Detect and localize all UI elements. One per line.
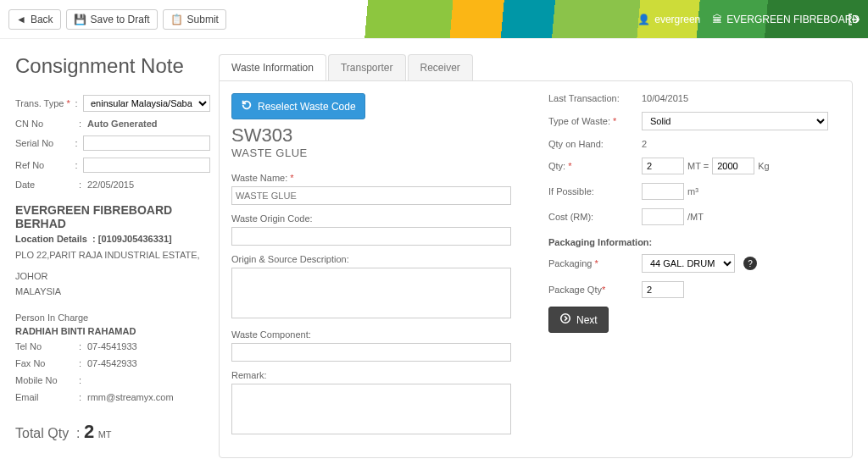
arrow-left-icon: ◄ xyxy=(16,14,26,25)
trans-type-select[interactable]: eninsular Malaysia/Sabah/Sarawak xyxy=(83,95,210,112)
mobile-label: Mobile No xyxy=(15,375,79,385)
save-draft-label: Save to Draft xyxy=(91,14,150,25)
waste-origin-code-label: Waste Origin Code: xyxy=(231,213,523,224)
next-button[interactable]: Next xyxy=(548,307,609,333)
package-qty-input[interactable] xyxy=(642,281,684,298)
username-label: evergreen xyxy=(654,14,700,25)
email-label: Email xyxy=(15,392,79,402)
origin-desc-input[interactable] xyxy=(231,268,511,318)
tel-label: Tel No xyxy=(15,341,79,351)
waste-component-label: Waste Component: xyxy=(231,329,523,340)
qty-label: Qty: * xyxy=(548,161,642,171)
submit-icon: 📋 xyxy=(170,14,183,25)
type-of-waste-select[interactable]: Solid xyxy=(642,112,828,130)
user-link[interactable]: 👤 evergreen xyxy=(637,14,700,25)
arrow-right-circle-icon xyxy=(559,312,571,327)
packaging-head: Packaging Information: xyxy=(548,237,840,247)
page-title: Consignment Note xyxy=(15,54,210,78)
svg-point-0 xyxy=(561,314,570,324)
tel-value: 07-4541933 xyxy=(87,341,210,351)
packaging-label: Packaging * xyxy=(548,258,642,268)
total-qty-value: 2 xyxy=(84,421,94,442)
back-label: Back xyxy=(31,14,53,25)
qoh-value: 2 xyxy=(642,139,840,149)
waste-name-input[interactable] xyxy=(231,186,511,205)
origin-desc-label: Origin & Source Description: xyxy=(231,254,523,264)
reselect-label: Reselect Waste Code xyxy=(258,101,356,113)
waste-code: SW303 xyxy=(231,124,523,147)
waste-name-label: Waste Name: * xyxy=(231,173,523,183)
tab-transporter[interactable]: Transporter xyxy=(328,54,406,80)
packaging-select[interactable]: 44 GAL. DRUM xyxy=(642,254,735,273)
qty-mt-label: MT = xyxy=(687,161,709,171)
serial-label: Serial No xyxy=(15,138,75,148)
submit-button[interactable]: 📋 Submit xyxy=(163,9,226,30)
address-line-2: JOHOR xyxy=(15,268,210,285)
type-of-waste-label: Type of Waste: * xyxy=(548,116,642,126)
location-label: Location Details xyxy=(15,234,87,244)
qty-kg-unit: Kg xyxy=(758,161,769,171)
ref-label: Ref No xyxy=(15,160,75,170)
cn-no-value: Auto Generated xyxy=(87,119,210,129)
waste-component-input[interactable] xyxy=(231,343,511,362)
date-value: 22/05/2015 xyxy=(87,180,210,190)
undo-icon xyxy=(241,99,253,113)
qoh-label: Qty on Hand: xyxy=(548,139,642,149)
submit-label: Submit xyxy=(187,14,219,25)
total-qty-label: Total Qty xyxy=(15,426,69,440)
next-label: Next xyxy=(576,314,598,326)
cost-input[interactable] xyxy=(642,208,684,225)
qty-input[interactable] xyxy=(642,158,684,174)
reselect-waste-code-button[interactable]: Reselect Waste Code xyxy=(231,93,365,119)
org-icon: 🏛 xyxy=(712,14,722,25)
possible-unit: m³ xyxy=(687,186,698,196)
tab-receiver[interactable]: Receiver xyxy=(408,54,473,80)
last-trans-value: 10/04/2015 xyxy=(642,93,840,103)
pic-name: RADHIAH BINTI RAHAMAD xyxy=(15,326,210,336)
ref-input[interactable] xyxy=(83,158,210,173)
org-link[interactable]: 🏛 EVERGREEN FIBREBOARD xyxy=(712,14,860,25)
help-icon[interactable]: ? xyxy=(743,257,757,270)
remark-label: Remark: xyxy=(231,370,523,380)
last-trans-label: Last Transaction: xyxy=(548,93,642,103)
cost-label: Cost (RM): xyxy=(548,212,642,222)
trans-type-label: Trans. Type * xyxy=(15,98,75,108)
user-icon: 👤 xyxy=(637,14,650,25)
pic-label: Person In Charge xyxy=(15,310,210,326)
remark-input[interactable] xyxy=(231,384,511,434)
possible-input[interactable] xyxy=(642,183,684,200)
serial-input[interactable] xyxy=(83,135,210,151)
location-code: [0109J05436331] xyxy=(98,234,172,244)
total-qty-unit: MT xyxy=(98,429,112,440)
qty-kg-input[interactable] xyxy=(712,158,754,174)
date-label: Date xyxy=(15,180,79,190)
fax-label: Fax No xyxy=(15,358,79,368)
save-draft-button[interactable]: 💾 Save to Draft xyxy=(66,9,158,30)
back-button[interactable]: ◄ Back xyxy=(8,9,61,30)
address-line-3: MALAYSIA xyxy=(15,284,210,300)
tab-waste-information[interactable]: Waste Information xyxy=(219,54,326,80)
fax-value: 07-4542933 xyxy=(87,358,210,368)
waste-code-name: WASTE GLUE xyxy=(231,147,523,159)
waste-origin-code-input[interactable] xyxy=(231,227,511,246)
possible-label: If Possible: xyxy=(548,186,642,196)
email-value: rmm@streamyx.com xyxy=(87,392,210,402)
save-icon: 💾 xyxy=(74,14,86,25)
address-line-1: PLO 22,PARIT RAJA INDUSTRIAL ESTATE, xyxy=(15,247,210,263)
company-name: EVERGREEN FIBREBOARD BERHAD xyxy=(15,203,210,230)
logout-icon[interactable] xyxy=(839,0,868,38)
cost-unit: /MT xyxy=(687,212,704,222)
package-qty-label: Package Qty* xyxy=(548,285,642,295)
cn-no-label: CN No xyxy=(15,119,79,129)
